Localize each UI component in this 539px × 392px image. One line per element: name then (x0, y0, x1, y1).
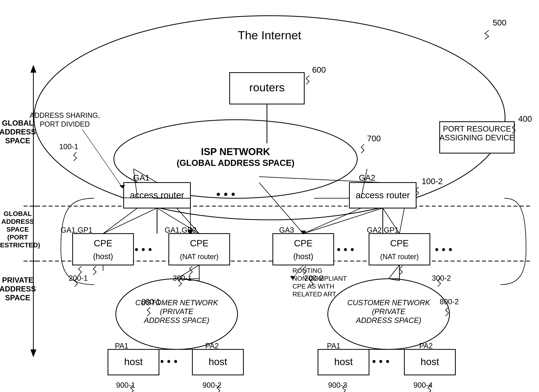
svg-marker-7 (30, 349, 36, 357)
cpe1-label-2: (host) (93, 252, 113, 261)
label-private-2: ADDRESS (0, 285, 36, 293)
ga2gp1-label: GA2,GP1 (367, 226, 399, 234)
ref-900-2: 900-2 (202, 381, 221, 389)
ga3-label: GA3 (279, 226, 294, 234)
dots-access: • • • (216, 188, 235, 201)
svg-line-40 (82, 130, 122, 186)
label-global-space-2: ADDRESS (0, 128, 36, 136)
host4-label: host (421, 356, 439, 367)
svg-line-57 (399, 208, 404, 234)
dots-hosts-1: • • • (160, 355, 178, 368)
svg-point-0 (34, 16, 505, 220)
diagram-container: The Internet 500 routers 600 ISP NETWORK… (0, 0, 539, 392)
address-sharing-label-1: ADDRESS SHARING, (30, 111, 100, 119)
cpe2-label-2: (NAT router) (180, 253, 219, 261)
svg-line-36 (389, 265, 399, 279)
svg-line-56 (303, 208, 361, 234)
internet-label: The Internet (238, 29, 301, 42)
cpe3-label-2: (host) (293, 252, 313, 261)
pa2-right-label: PA2 (419, 342, 433, 350)
customer-net-1-label-2: (PRIVATE (160, 307, 193, 316)
dots-cpe-1: • • • (135, 243, 152, 256)
routing-label-2: NON-COMPLIANT (293, 275, 347, 282)
ref-900-1: 900-1 (116, 381, 135, 389)
customer-net-2-label-2: (PRIVATE (372, 307, 405, 316)
ref-500: 500 (493, 18, 506, 27)
cpe4-label-2: (NAT router) (380, 253, 419, 261)
ref-100-1: 100-1 (59, 142, 78, 151)
ref-600: 600 (312, 65, 326, 74)
label-global-port-4: (PORT (7, 233, 28, 241)
ref-800-2: 800-2 (440, 298, 459, 306)
customer-net-2-label-3: ADDRESS SPACE) (356, 316, 421, 324)
svg-line-54 (103, 208, 137, 234)
access-router-2-label: access router (356, 190, 410, 200)
isp-label-1: ISP NETWORK (201, 146, 270, 157)
pa2-left-label: PA2 (205, 342, 219, 350)
host1-label: host (124, 356, 143, 367)
routing-label-4: RELATED ART (293, 290, 336, 298)
access-router-1-label: access router (130, 190, 184, 200)
dots-cpe-2: • • • (337, 243, 354, 256)
routers-label: routers (249, 81, 285, 94)
cpe3-label-1: CPE (294, 238, 313, 248)
ga2-label: GA2 (359, 173, 375, 182)
label-global-space-1: GLOBAL (2, 119, 33, 127)
customer-net-1-label-3: ADDRESS SPACE) (144, 316, 209, 324)
address-sharing-label-2: PORT DIVIDED (40, 120, 90, 128)
pa1-left-label: PA1 (115, 342, 128, 350)
label-global-port-3: SPACE (6, 226, 29, 233)
svg-line-18 (103, 208, 157, 234)
label-global-port-2: ADDRESS (1, 218, 34, 225)
port-resource-label-2: ASSIGNING DEVICE (439, 133, 515, 142)
label-private-3: SPACE (5, 294, 30, 302)
ga1gp2-label: GA1,GP2 (165, 226, 197, 234)
cpe2-label-1: CPE (190, 238, 209, 248)
cpe4-label-1: CPE (390, 238, 409, 248)
isp-label-2: (GLOBAL ADDRESS SPACE) (177, 158, 295, 168)
host3-label: host (334, 356, 353, 367)
ref-800-1: 800-1 (141, 298, 160, 306)
cpe1-label-1: CPE (94, 238, 112, 248)
label-private-1: PRIVATE (2, 276, 33, 284)
ga1-label: GA1 (133, 173, 149, 182)
ga1gp1-label: GA1,GP1 (61, 226, 93, 234)
ref-400: 400 (518, 114, 532, 123)
ref-900-3: 900-3 (328, 381, 347, 389)
dots-cpe-3: • • • (435, 243, 452, 256)
ref-200-1: 200-1 (69, 274, 88, 282)
ref-700: 700 (367, 134, 381, 143)
ref-900-4: 900-4 (413, 381, 433, 389)
svg-marker-6 (30, 65, 36, 73)
routing-label-3: CPE AS WITH (293, 283, 334, 290)
ref-300-2: 300-2 (432, 274, 451, 282)
dots-hosts-2: • • • (372, 355, 390, 368)
pa1-right-label: PA1 (327, 342, 340, 350)
label-global-port-5: RESTRICTED) (0, 241, 40, 249)
customer-net-2-label-1: CUSTOMER NETWORK (347, 299, 430, 307)
host2-label: host (209, 356, 227, 367)
ref-100-2: 100-2 (422, 177, 443, 186)
port-resource-label-1: PORT RESOURCE (443, 125, 511, 133)
label-global-space-3: SPACE (5, 137, 30, 145)
label-global-port-1: GLOBAL (4, 210, 32, 217)
